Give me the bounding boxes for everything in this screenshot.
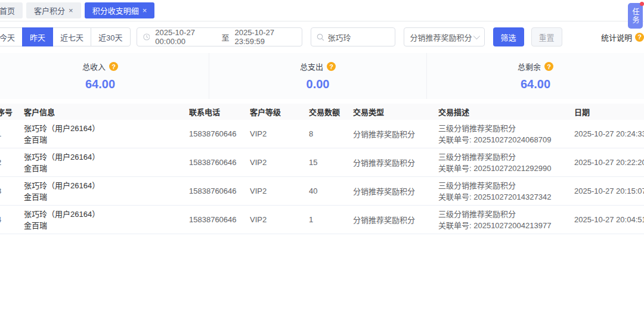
search-icon [317, 33, 324, 41]
summary-total-remaining: 总剩余 ? 64.00 [426, 53, 644, 99]
cell-amount: 40 [309, 187, 353, 195]
summary-panel: 总收入 ? 64.00 总支出 ? 0.00 总剩余 ? 64.00 [0, 53, 644, 99]
table-row: 2 张巧玲（用户26164） 金百瑞 15838760646 VIP2 15 分… [0, 148, 644, 177]
col-date: 日期 [574, 106, 644, 117]
close-icon[interactable]: × [143, 7, 147, 14]
tab-home[interactable]: 首页 [0, 2, 23, 18]
cell-customer: 张巧玲（用户26164） 金百瑞 [24, 123, 189, 145]
question-icon[interactable]: ? [327, 62, 336, 71]
task-float-button[interactable]: 任务 [628, 3, 643, 29]
customer-search-input[interactable]: 张巧玲 [311, 27, 395, 46]
page: 首页 客户积分 × 积分收支明细 × 今天 昨天 近七天 近30天 2025-1… [0, 0, 644, 234]
cell-date: 2025-10-27 20:15:07 [574, 187, 644, 195]
col-index: 序号 [0, 106, 24, 117]
cell-date: 2025-10-27 20:04:51 [574, 215, 644, 224]
table-row: 4 张巧玲（用户26164） 金百瑞 15838760646 VIP2 1 分销… [0, 206, 644, 234]
desc-line2: 关联单号: 202510272024068709 [438, 134, 569, 145]
table-row: 3 张巧玲（用户26164） 金百瑞 15838760646 VIP2 40 分… [0, 177, 644, 206]
cell-amount: 1 [309, 215, 353, 224]
cell-desc: 三级分销推荐奖励积分 关联单号: 202510272004213977 [438, 209, 574, 231]
col-customer: 客户信息 [24, 106, 189, 117]
desc-line2: 关联单号: 202510272004213977 [438, 220, 569, 231]
tab-customer-points[interactable]: 客户积分 × [26, 2, 81, 18]
summary-remaining-label: 总剩余 [518, 61, 541, 72]
cell-index: 2 [0, 158, 24, 167]
transactions-table: 序号 客户信息 联系电话 客户等级 交易数额 交易类型 交易描述 日期 1 张巧… [0, 104, 644, 234]
chevron-down-icon [473, 33, 479, 39]
customer-subname: 金百瑞 [24, 163, 184, 174]
desc-line1: 三级分销推荐奖励积分 [438, 180, 569, 191]
table-header: 序号 客户信息 联系电话 客户等级 交易数额 交易类型 交易描述 日期 [0, 104, 644, 120]
table-body: 1 张巧玲（用户26164） 金百瑞 15838760646 VIP2 8 分销… [0, 120, 644, 234]
cell-phone: 15838760646 [189, 187, 250, 195]
question-icon[interactable]: ? [544, 62, 553, 71]
summary-expense-label: 总支出 [300, 61, 323, 72]
tab-bar: 首页 客户积分 × 积分收支明细 × [0, 0, 644, 21]
range-30days-button[interactable]: 近30天 [91, 27, 130, 46]
summary-total-income: 总收入 ? 64.00 [0, 53, 209, 99]
customer-subname: 金百瑞 [24, 220, 184, 231]
date-separator: 至 [221, 32, 229, 43]
clock-icon [143, 33, 150, 41]
cell-index: 4 [0, 215, 24, 224]
range-yesterday-button[interactable]: 昨天 [22, 27, 53, 46]
notification-dot [640, 2, 644, 6]
desc-line2: 关联单号: 202510272014327342 [438, 191, 569, 203]
search-value: 张巧玲 [328, 32, 351, 43]
cell-date: 2025-10-27 20:22:20 [574, 158, 644, 167]
cell-desc: 三级分销推荐奖励积分 关联单号: 202510272014327342 [438, 180, 574, 203]
desc-line1: 三级分销推荐奖励积分 [438, 209, 569, 220]
col-phone: 联系电话 [189, 106, 250, 117]
question-icon: ? [635, 33, 644, 42]
filter-bar: 今天 昨天 近七天 近30天 2025-10-27 00:00:00 至 202… [0, 26, 644, 48]
filter-button[interactable]: 筛选 [493, 27, 524, 46]
customer-name: 张巧玲（用户26164） [24, 123, 184, 134]
customer-subname: 金百瑞 [24, 134, 184, 145]
cell-phone: 15838760646 [189, 215, 250, 224]
cell-phone: 15838760646 [189, 158, 250, 167]
date-end-value: 2025-10-27 23:59:59 [234, 28, 295, 46]
cell-type: 分销推荐奖励积分 [353, 128, 438, 139]
cell-level: VIP2 [250, 158, 309, 167]
cell-date: 2025-10-27 20:24:33 [574, 129, 644, 138]
summary-total-expense: 总支出 ? 0.00 [209, 53, 426, 99]
cell-level: VIP2 [250, 129, 309, 138]
summary-expense-value: 0.00 [306, 77, 330, 91]
desc-line1: 三级分销推荐奖励积分 [438, 123, 569, 134]
customer-name: 张巧玲（用户26164） [24, 151, 184, 163]
task-float-label: 任务 [630, 8, 640, 24]
cell-index: 1 [0, 129, 24, 138]
type-select[interactable]: 分销推荐奖励积分 [404, 27, 485, 46]
close-icon[interactable]: × [69, 7, 73, 14]
cell-phone: 15838760646 [189, 129, 250, 138]
range-today-button[interactable]: 今天 [0, 27, 23, 46]
reset-button[interactable]: 重置 [531, 27, 562, 46]
cell-customer: 张巧玲（用户26164） 金百瑞 [24, 209, 189, 231]
cell-level: VIP2 [250, 187, 309, 195]
col-desc: 交易描述 [438, 106, 574, 117]
range-7days-button[interactable]: 近七天 [52, 27, 91, 46]
desc-line1: 三级分销推荐奖励积分 [438, 151, 569, 163]
quick-range-group: 今天 昨天 近七天 近30天 [0, 27, 131, 46]
col-type: 交易类型 [353, 106, 438, 117]
cell-customer: 张巧玲（用户26164） 金百瑞 [24, 151, 189, 174]
cell-type: 分销推荐奖励积分 [353, 157, 438, 168]
summary-income-value: 64.00 [85, 77, 115, 91]
date-range-input[interactable]: 2025-10-27 00:00:00 至 2025-10-27 23:59:5… [137, 27, 302, 46]
stats-explanation-link[interactable]: 统计说明 ? [601, 32, 644, 43]
date-start-value: 2025-10-27 00:00:00 [155, 28, 216, 46]
cell-type: 分销推荐奖励积分 [353, 185, 438, 197]
question-icon[interactable]: ? [109, 62, 118, 71]
col-level: 客户等级 [250, 106, 309, 117]
summary-remaining-value: 64.00 [521, 77, 550, 91]
table-row: 1 张巧玲（用户26164） 金百瑞 15838760646 VIP2 8 分销… [0, 120, 644, 148]
type-select-value: 分销推荐奖励积分 [410, 32, 472, 43]
tab-points-detail[interactable]: 积分收支明细 × [85, 2, 155, 18]
cell-level: VIP2 [250, 215, 309, 224]
customer-name: 张巧玲（用户26164） [24, 180, 184, 191]
cell-desc: 三级分销推荐奖励积分 关联单号: 202510272021292990 [438, 151, 574, 174]
summary-income-label: 总收入 [82, 61, 106, 72]
desc-line2: 关联单号: 202510272021292990 [438, 163, 569, 174]
customer-subname: 金百瑞 [24, 191, 184, 203]
cell-type: 分销推荐奖励积分 [353, 214, 438, 225]
